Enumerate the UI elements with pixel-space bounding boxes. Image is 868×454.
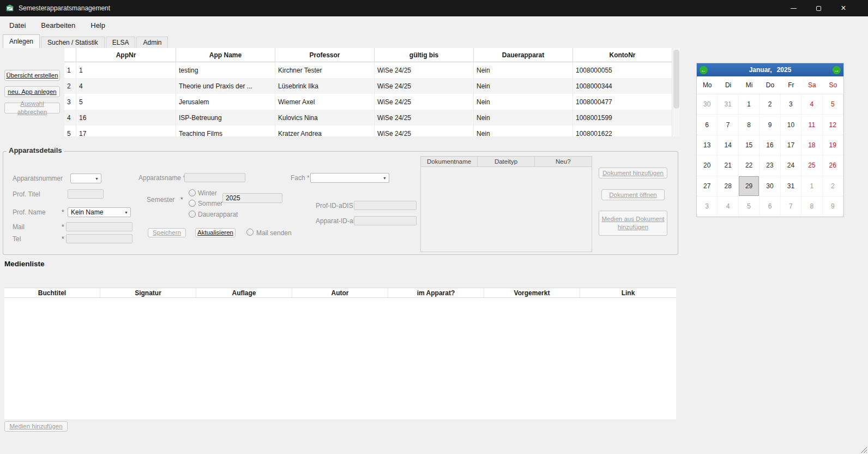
apparat-id-adis-field[interactable] <box>354 216 417 225</box>
calendar-day[interactable]: 30 <box>760 176 780 196</box>
calendar-day[interactable]: 9 <box>823 196 843 217</box>
column-header-professor[interactable]: Professor <box>275 48 375 62</box>
calendar-day[interactable]: 5 <box>823 94 843 115</box>
menu-datei[interactable]: Datei <box>2 17 33 33</box>
apps-table-scrollbar[interactable] <box>672 48 680 136</box>
calendar-day[interactable]: 19 <box>823 135 843 156</box>
mail-senden-checkbox[interactable] <box>246 229 254 236</box>
table-row[interactable]: 5 17 Teaching Films Kratzer Andrea WiSe … <box>64 126 672 136</box>
calendar-day[interactable]: 17 <box>781 135 801 156</box>
calendar-title[interactable]: Januar, 2025 <box>708 66 833 74</box>
calendar-day[interactable]: 8 <box>801 196 822 217</box>
column-header-signatur[interactable]: Signatur <box>100 288 196 297</box>
aktualisieren-button[interactable]: Aktualisieren <box>195 228 236 237</box>
table-row[interactable]: 1 1 testing Kirchner Tester WiSe 24/25 N… <box>64 62 672 78</box>
calendar-day[interactable]: 2 <box>823 176 843 196</box>
uebersicht-erstellen-button[interactable]: Übersicht erstellen <box>4 70 60 81</box>
calendar-day[interactable]: 3 <box>781 94 801 115</box>
column-header-gueltig-bis[interactable]: gültig bis <box>375 48 474 62</box>
column-header-vorgemerkt[interactable]: Vorgemerkt <box>484 288 580 297</box>
dauerapparat-radio[interactable] <box>189 211 196 218</box>
calendar-day[interactable]: 13 <box>697 135 718 156</box>
calendar-day[interactable]: 1 <box>801 176 822 196</box>
calendar-day[interactable]: 20 <box>697 156 718 176</box>
auswahl-abbrechen-button[interactable]: Auswahl abbrechen <box>4 103 60 113</box>
calendar-day[interactable]: 29 <box>739 176 760 196</box>
calendar-day[interactable]: 25 <box>801 156 822 176</box>
calendar-day[interactable]: 24 <box>781 156 801 176</box>
column-header-dateityp[interactable]: Dateityp <box>478 157 534 166</box>
calendar-day[interactable]: 2 <box>760 94 780 115</box>
tab-suchen-statistik[interactable]: Suchen / Statistik <box>41 37 105 48</box>
table-row[interactable]: 4 16 ISP-Betreuung Kulovics Nina WiSe 24… <box>64 110 672 126</box>
column-header-link[interactable]: Link <box>580 288 676 297</box>
calendar-day[interactable]: 10 <box>781 115 801 135</box>
calendar-day[interactable]: 31 <box>781 176 801 196</box>
menu-bearbeiten[interactable]: Bearbeiten <box>33 17 83 33</box>
calendar-day[interactable]: 30 <box>697 94 718 115</box>
apparatsnummer-select[interactable]: ▼ <box>70 174 101 183</box>
calendar-day[interactable]: 14 <box>718 135 738 156</box>
calendar-day[interactable]: 4 <box>718 196 738 217</box>
calendar-day[interactable]: 15 <box>739 135 760 156</box>
calendar-day[interactable]: 31 <box>718 94 738 115</box>
menu-help[interactable]: Help <box>83 17 113 33</box>
calendar-day[interactable]: 16 <box>760 135 780 156</box>
dokument-oeffnen-button[interactable]: Dokument öffnen <box>601 189 665 200</box>
calendar-day[interactable]: 11 <box>801 115 822 135</box>
calendar-day[interactable]: 8 <box>739 115 760 135</box>
semester-year-field[interactable]: 2025 <box>222 193 282 203</box>
calendar-prev-icon[interactable]: ← <box>700 66 708 74</box>
neue-app-anlegen-button[interactable]: neu. App anlegen <box>4 86 60 97</box>
column-header-im-apparat[interactable]: im Apparat? <box>388 288 484 297</box>
prof-name-select[interactable]: Kein Name ▼ <box>68 207 131 217</box>
medien-aus-dokument-button[interactable]: Medien aus Dokument hinzufügen <box>599 211 667 236</box>
column-header-dauerapparat[interactable]: Dauerapparat <box>474 48 573 62</box>
calendar-day[interactable]: 23 <box>760 156 780 176</box>
table-row[interactable]: 2 4 Theorie und Praxis der ... Lüsebrink… <box>64 78 672 94</box>
minimize-button[interactable] <box>781 0 806 16</box>
medien-hinzufuegen-button[interactable]: Medien hinzufügen <box>4 421 68 432</box>
tab-elsa[interactable]: ELSA <box>106 37 136 48</box>
maximize-button[interactable] <box>806 0 831 16</box>
apparatsname-field[interactable] <box>184 173 245 182</box>
prof-id-adis-field[interactable] <box>354 201 417 210</box>
column-header-kontonr[interactable]: KontoNr <box>573 48 672 62</box>
column-header-neu[interactable]: Neu? <box>535 157 592 166</box>
close-button[interactable]: × <box>831 0 856 16</box>
tab-admin[interactable]: Admin <box>136 37 168 48</box>
calendar-day[interactable]: 1 <box>739 94 760 115</box>
calendar-day[interactable]: 21 <box>718 156 738 176</box>
prof-titel-field[interactable] <box>68 189 104 199</box>
calendar-day[interactable]: 3 <box>697 196 718 217</box>
mail-field[interactable] <box>66 222 132 231</box>
calendar-day[interactable]: 5 <box>739 196 760 217</box>
calendar-day[interactable]: 26 <box>823 156 843 176</box>
calendar-day[interactable]: 7 <box>781 196 801 217</box>
sommer-radio[interactable] <box>189 200 196 207</box>
calendar-day[interactable]: 18 <box>801 135 822 156</box>
dokument-hinzufuegen-button[interactable]: Dokument hinzufügen <box>599 168 667 178</box>
calendar-day[interactable]: 7 <box>718 115 738 135</box>
column-header-dokumentname[interactable]: Dokumentname <box>421 157 478 166</box>
speichern-button[interactable]: Speichern <box>148 228 186 237</box>
tel-field[interactable] <box>66 234 132 243</box>
calendar-day[interactable]: 27 <box>697 176 718 196</box>
fach-select[interactable]: ▼ <box>310 173 389 183</box>
winter-radio[interactable] <box>189 189 196 196</box>
calendar-day[interactable]: 4 <box>801 94 822 115</box>
column-header-appnr[interactable]: AppNr <box>76 48 176 62</box>
calendar-day[interactable]: 6 <box>760 196 780 217</box>
table-row[interactable]: 3 5 Jerusalem Wiemer Axel WiSe 24/25 Nei… <box>64 94 672 110</box>
calendar-next-icon[interactable]: → <box>833 66 841 74</box>
calendar-day[interactable]: 22 <box>739 156 760 176</box>
scrollbar-thumb[interactable] <box>673 50 679 109</box>
tab-anlegen[interactable]: Anlegen <box>3 34 40 48</box>
column-header-buchtitel[interactable]: Buchtitel <box>4 288 100 297</box>
calendar-day[interactable]: 12 <box>823 115 843 135</box>
calendar-day[interactable]: 28 <box>718 176 738 196</box>
column-header-autor[interactable]: Autor <box>292 288 388 297</box>
calendar-day[interactable]: 9 <box>760 115 780 135</box>
column-header-appname[interactable]: App Name <box>176 48 275 62</box>
column-header-auflage[interactable]: Auflage <box>196 288 292 297</box>
